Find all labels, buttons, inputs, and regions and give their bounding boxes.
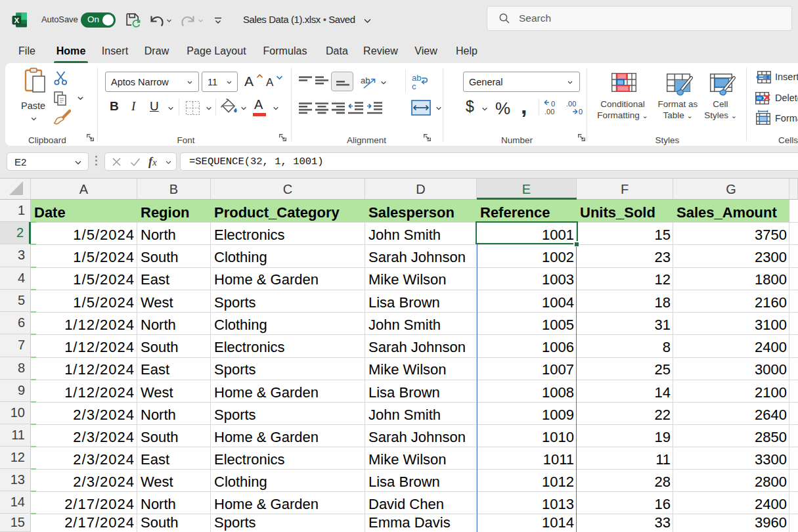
svg-text:.00: .00 [544,108,554,116]
svg-text:0: 0 [551,100,555,108]
svg-text:.00: .00 [566,100,576,108]
svg-text:0: 0 [579,108,583,116]
svg-text:X: X [14,16,19,24]
svg-text:c: c [412,81,416,91]
